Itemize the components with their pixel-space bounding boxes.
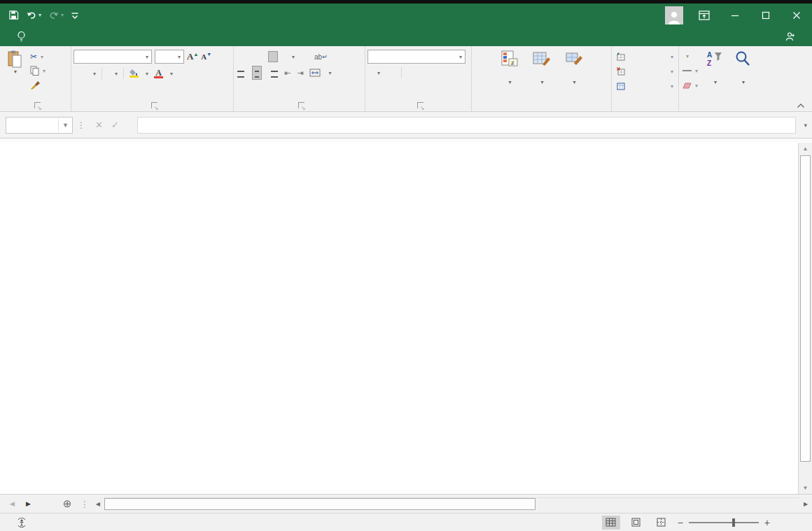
format-cells-button[interactable]: ▾ (615, 80, 675, 92)
avatar[interactable] (665, 6, 683, 24)
sort-filter-button[interactable]: AZ ▾ (702, 48, 727, 89)
cut-icon: ✂ (30, 52, 37, 62)
font-color-button[interactable]: A (154, 69, 163, 78)
insert-cells-button[interactable]: ▾ (615, 51, 675, 62)
insert-cells-icon (617, 52, 625, 61)
paste-button[interactable]: ▾ (2, 48, 27, 77)
format-as-table-icon (533, 50, 551, 67)
scroll-up-button[interactable]: ▲ (799, 143, 812, 155)
save-button[interactable] (8, 10, 19, 20)
tab-scroll-splitter[interactable]: ⋮ (77, 495, 92, 513)
ribbon: ▾ ✂▾ ▾ ▾ ▾ (0, 46, 812, 112)
name-box[interactable]: ▼ (6, 117, 73, 134)
ribbon-display-options-button[interactable] (689, 3, 720, 27)
maximize-button[interactable] (750, 3, 781, 27)
number-dialog-launcher[interactable] (417, 102, 424, 108)
decrease-font-size-button[interactable]: A▼ (201, 52, 211, 61)
increase-indent-button[interactable]: ⇥ (297, 69, 303, 78)
delete-cells-button[interactable]: ▾ (615, 66, 675, 77)
merge-center-button[interactable] (309, 69, 321, 77)
close-button[interactable] (781, 3, 812, 27)
ribbon-group-font: ▾ ▾ A▲ A▼ ▾ ▾ (71, 46, 234, 111)
scroll-down-button[interactable]: ▼ (799, 482, 812, 494)
find-select-button[interactable]: ▾ (730, 48, 755, 89)
middle-align-button[interactable] (252, 53, 262, 60)
vertical-scrollbar-thumb[interactable] (800, 155, 811, 462)
autosum-button[interactable]: ▾ (681, 50, 699, 62)
undo-button[interactable]: ▾ (26, 10, 41, 20)
normal-view-button[interactable] (602, 516, 620, 530)
increase-font-size-button[interactable]: A▲ (187, 51, 198, 62)
format-as-table-button[interactable]: ▾ (528, 48, 555, 89)
fill-color-button[interactable] (130, 69, 139, 78)
underline-dropdown[interactable]: ▾ (93, 71, 96, 77)
clear-button[interactable]: ▾ (681, 80, 699, 91)
minimize-button[interactable] (720, 3, 750, 27)
scroll-right-button[interactable]: ▶ (799, 497, 812, 510)
fill-color-dropdown[interactable]: ▾ (146, 71, 148, 77)
paste-dropdown[interactable]: ▾ (14, 69, 17, 75)
excel-window: ▾ ▾ (0, 0, 812, 531)
redo-dropdown[interactable]: ▾ (61, 12, 64, 18)
accounting-format-dropdown[interactable]: ▾ (377, 70, 380, 76)
font-size-select[interactable]: ▾ (155, 50, 184, 64)
name-box-dropdown[interactable]: ▼ (58, 119, 72, 132)
zoom-out-button[interactable]: − (678, 517, 683, 528)
alignment-dialog-launcher[interactable] (298, 102, 304, 108)
zoom-in-button[interactable]: + (764, 517, 770, 528)
undo-dropdown[interactable]: ▾ (38, 12, 41, 18)
zoom-slider[interactable] (689, 522, 759, 523)
cut-button[interactable]: ✂▾ (29, 51, 47, 62)
align-left-button[interactable] (236, 68, 246, 78)
scroll-left-button[interactable]: ◀ (92, 497, 104, 510)
tell-me-box[interactable] (17, 27, 31, 46)
formula-bar-splitter[interactable]: ⋮ (77, 120, 85, 130)
zoom-slider-thumb[interactable] (732, 518, 735, 527)
page-layout-view-button[interactable] (627, 516, 645, 530)
quick-access-toolbar: ▾ ▾ (0, 10, 89, 20)
format-painter-button[interactable] (29, 79, 47, 90)
accessibility-status[interactable] (17, 518, 30, 528)
font-dialog-launcher[interactable] (151, 102, 158, 108)
expand-formula-bar-button[interactable]: ▾ (800, 122, 811, 129)
page-layout-view-icon (631, 518, 641, 527)
copy-icon (30, 66, 39, 76)
decrease-indent-button[interactable]: ⇤ (284, 69, 290, 78)
paste-icon (6, 50, 23, 69)
confirm-entry-button[interactable]: ✓ (111, 120, 119, 130)
formula-input[interactable] (137, 117, 797, 134)
cancel-entry-button[interactable]: ✕ (95, 120, 103, 130)
clipboard-dialog-launcher[interactable] (34, 102, 41, 108)
redo-button[interactable]: ▾ (48, 10, 64, 20)
delete-cells-icon (617, 67, 625, 76)
next-sheet-button[interactable]: ▶ (26, 500, 31, 507)
bottom-align-button[interactable] (268, 51, 278, 62)
clipped-sheet-tab[interactable] (43, 495, 52, 513)
vertical-scrollbar[interactable]: ▲ ▼ (798, 143, 812, 494)
collapse-ribbon-button[interactable] (797, 103, 805, 108)
share-button[interactable] (773, 27, 812, 46)
page-break-view-button[interactable] (652, 516, 671, 530)
align-right-button[interactable] (268, 68, 278, 78)
font-name-select[interactable]: ▾ (74, 50, 152, 64)
customize-qat-icon (71, 11, 79, 20)
merge-center-dropdown[interactable]: ▾ (328, 70, 331, 76)
top-align-button[interactable] (236, 53, 246, 60)
number-format-select[interactable]: ▾ (368, 50, 465, 64)
align-center-button[interactable] (252, 66, 262, 80)
wrap-text-button[interactable]: ab↵ (314, 53, 328, 61)
customize-quick-access-button[interactable] (71, 11, 79, 20)
horizontal-scrollbar[interactable]: ◀ ▶ (92, 495, 812, 513)
copy-button[interactable]: ▾ (29, 65, 47, 76)
horizontal-scrollbar-thumb[interactable] (104, 498, 536, 510)
fill-button[interactable]: ▾ (681, 65, 699, 76)
cell-styles-button[interactable]: ▾ (561, 48, 587, 89)
orientation-dropdown[interactable]: ▾ (292, 54, 295, 60)
new-sheet-button[interactable]: ⊕ (57, 495, 78, 513)
first-sheet-button[interactable]: ◀ (10, 500, 15, 507)
font-color-dropdown[interactable]: ▾ (170, 71, 173, 77)
conditional-formatting-button[interactable]: ≠ ▾ (496, 48, 523, 89)
ribbon-tab-bar (0, 27, 812, 46)
more-sheets-indicator[interactable] (52, 495, 57, 513)
borders-dropdown[interactable]: ▾ (115, 71, 118, 77)
